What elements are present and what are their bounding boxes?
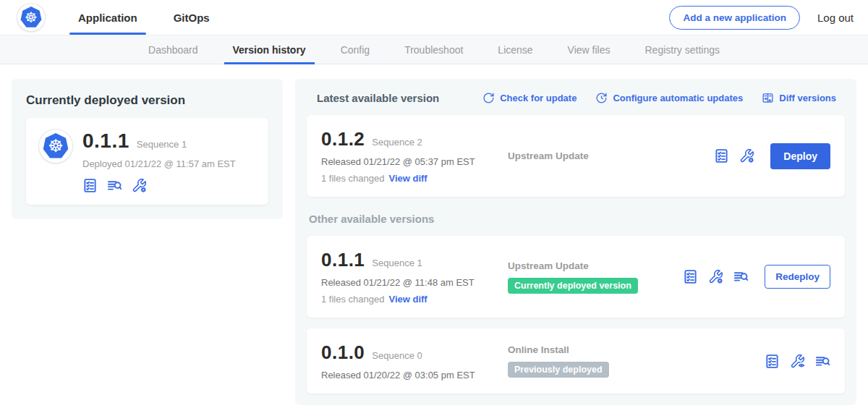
- subnav-tab-view-files[interactable]: View files: [550, 35, 628, 64]
- version-card-actions: Redeploy: [683, 265, 830, 289]
- version-info: 0.1.0 Sequence 0 Released 01/20/22 @ 03:…: [321, 341, 508, 381]
- deployed-card-body: 0.1.1 Sequence 1 Deployed 01/21/22 @ 11:…: [82, 129, 236, 193]
- diff-versions-label: Diff versions: [779, 93, 836, 103]
- schedule-icon: [595, 92, 608, 104]
- view-logs-icon[interactable]: [107, 178, 122, 193]
- version-card-0-1-0: 0.1.0 Sequence 0 Released 01/20/22 @ 03:…: [307, 328, 845, 394]
- currently-deployed-badge: Currently deployed version: [508, 278, 638, 294]
- check-for-update-link[interactable]: Check for update: [482, 92, 576, 104]
- released-timestamp: Released 01/21/22 @ 11:48 am EST: [321, 277, 508, 288]
- add-application-button[interactable]: Add a new application: [669, 6, 800, 30]
- currently-deployed-title: Currently deployed version: [26, 93, 268, 108]
- sequence-label: Sequence 2: [372, 137, 422, 148]
- version-label: 0.1.0: [321, 341, 365, 364]
- edit-config-icon[interactable]: [739, 148, 754, 163]
- subnav-tab-registry-settings[interactable]: Registry settings: [628, 35, 737, 64]
- tab-gitops-label: GitOps: [174, 12, 210, 24]
- version-actions: Check for update Configure automatic upd…: [482, 92, 836, 104]
- refresh-icon: [482, 92, 495, 104]
- currently-deployed-panel: Currently deployed version ☸ 0.1.1 Seque…: [12, 79, 283, 219]
- diff-versions-link[interactable]: Diff versions: [762, 92, 836, 104]
- deployed-sequence-label: Sequence 1: [137, 139, 187, 150]
- source-label: Upstream Update: [508, 150, 714, 161]
- configure-automatic-updates-link[interactable]: Configure automatic updates: [595, 92, 743, 104]
- version-source: Upstream Update: [508, 150, 714, 161]
- available-versions-header: Latest available version Check for updat…: [307, 92, 845, 104]
- other-available-versions-title: Other available versions: [309, 213, 845, 225]
- view-diff-link[interactable]: View diff: [388, 173, 427, 184]
- subnav-tab-version-history[interactable]: Version history: [216, 35, 323, 64]
- kubernetes-heptagon: ☸: [43, 133, 69, 159]
- view-logs-icon[interactable]: [815, 354, 830, 369]
- redeploy-button[interactable]: Redeploy: [765, 265, 830, 289]
- preflight-checks-icon[interactable]: [82, 178, 98, 193]
- sequence-label: Sequence 1: [372, 258, 422, 268]
- version-source: Upstream Update Currently deployed versi…: [508, 260, 683, 294]
- check-for-update-label: Check for update: [500, 93, 576, 103]
- sequence-label: Sequence 0: [372, 350, 422, 361]
- version-source: Online Install Previously deployed: [508, 344, 765, 378]
- currently-deployed-card: ☸ 0.1.1 Sequence 1 Deployed 01/21/22 @ 1…: [26, 118, 268, 205]
- version-card-latest: 0.1.2 Sequence 2 Released 01/21/22 @ 05:…: [307, 115, 845, 197]
- view-diff-link[interactable]: View diff: [388, 294, 427, 305]
- diff-icon: [762, 92, 774, 104]
- version-card-0-1-1: 0.1.1 Sequence 1 Released 01/21/22 @ 11:…: [307, 236, 845, 318]
- subnav-tab-config[interactable]: Config: [323, 35, 387, 64]
- files-changed-label: 1 files changed: [321, 173, 384, 184]
- files-changed-label: 1 files changed: [321, 294, 384, 305]
- header-right: Add a new application Log out: [669, 6, 854, 30]
- top-header: ☸ Application GitOps Add a new applicati…: [0, 0, 868, 35]
- source-label: Upstream Update: [508, 260, 683, 271]
- files-changed: 1 files changedView diff: [321, 294, 508, 305]
- preflight-checks-icon[interactable]: [683, 269, 698, 284]
- app-subnav: Dashboard Version history Config Trouble…: [0, 35, 868, 64]
- source-label: Online Install: [508, 344, 765, 355]
- version-info: 0.1.2 Sequence 2 Released 01/21/22 @ 05:…: [321, 128, 508, 184]
- version-label: 0.1.2: [321, 128, 365, 150]
- deployed-version-label: 0.1.1: [82, 129, 129, 153]
- deployed-timestamp: Deployed 01/21/22 @ 11:57 am EST: [82, 158, 236, 169]
- available-versions-panel: Latest available version Check for updat…: [295, 79, 856, 405]
- version-info: 0.1.1 Sequence 1 Released 01/21/22 @ 11:…: [321, 249, 508, 305]
- view-config-icon[interactable]: [790, 354, 805, 369]
- subnav-tab-dashboard[interactable]: Dashboard: [131, 35, 216, 64]
- header-tabs: Application GitOps: [69, 0, 237, 35]
- latest-available-title: Latest available version: [317, 92, 439, 104]
- released-timestamp: Released 01/20/22 @ 03:05 pm EST: [321, 370, 508, 381]
- helm-wheel-icon: ☸: [48, 137, 64, 155]
- main-content: Currently deployed version ☸ 0.1.1 Seque…: [0, 64, 868, 408]
- view-logs-icon[interactable]: [733, 269, 749, 284]
- edit-config-icon[interactable]: [132, 178, 147, 193]
- subnav-tab-license[interactable]: License: [480, 35, 550, 64]
- subnav-tab-troubleshoot[interactable]: Troubleshoot: [387, 35, 480, 64]
- version-card-actions: Deploy: [714, 143, 830, 169]
- tab-application[interactable]: Application: [69, 0, 146, 35]
- edit-config-icon[interactable]: [708, 269, 723, 284]
- version-label: 0.1.1: [321, 249, 365, 271]
- version-card-actions: [765, 354, 830, 369]
- previously-deployed-badge: Previously deployed: [508, 362, 609, 378]
- configure-automatic-updates-label: Configure automatic updates: [613, 93, 743, 103]
- tab-gitops[interactable]: GitOps: [165, 0, 218, 35]
- tab-application-label: Application: [78, 12, 137, 24]
- preflight-checks-icon[interactable]: [714, 148, 729, 163]
- files-changed: 1 files changedView diff: [321, 173, 508, 184]
- deploy-button[interactable]: Deploy: [770, 143, 830, 169]
- app-logo: ☸: [39, 129, 72, 163]
- logout-button[interactable]: Log out: [817, 12, 854, 24]
- kubernetes-logo: ☸: [17, 4, 45, 31]
- kubernetes-heptagon: ☸: [20, 7, 42, 28]
- released-timestamp: Released 01/21/22 @ 05:37 pm EST: [321, 156, 508, 167]
- preflight-checks-icon[interactable]: [765, 354, 780, 369]
- helm-wheel-icon: ☸: [25, 10, 38, 25]
